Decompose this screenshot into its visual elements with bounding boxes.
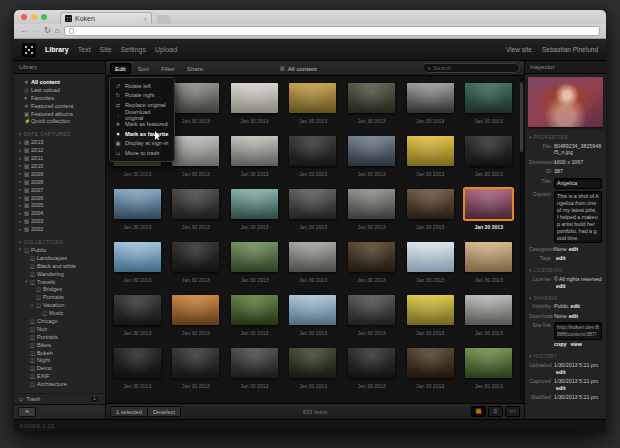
search-input[interactable]: ♦ Search <box>422 63 520 73</box>
scrollbar[interactable] <box>520 78 523 401</box>
photo-cell[interactable]: Jan 30 2013 <box>459 341 518 394</box>
sidebar-item-all-content[interactable]: ∗All content <box>14 78 105 86</box>
photo-thumbnail[interactable] <box>289 295 336 325</box>
window-controls[interactable] <box>21 14 47 20</box>
sidebar-item-bokeh[interactable]: ◫Bokeh <box>14 349 105 357</box>
sidebar-item-quick-collection[interactable]: ⚡Quick collection <box>14 117 105 125</box>
sidebar-item-demo[interactable]: ◫Demo <box>14 364 105 372</box>
photo-thumbnail[interactable] <box>465 189 512 219</box>
photo-thumbnail[interactable] <box>114 189 161 219</box>
photo-cell[interactable]: Jan 30 2013 <box>401 129 460 182</box>
photo-thumbnail[interactable] <box>114 348 161 378</box>
photo-cell[interactable]: Jan 30 2013 <box>108 182 167 235</box>
photo-thumbnail[interactable] <box>407 242 454 272</box>
photo-cell[interactable]: Jan 30 2013 <box>342 341 401 394</box>
photo-thumbnail[interactable] <box>407 348 454 378</box>
sidebar-item-architecture[interactable]: ◫Architecture <box>14 380 105 388</box>
photo-thumbnail[interactable] <box>231 242 278 272</box>
photo-cell[interactable]: Jan 30 2013 <box>401 182 460 235</box>
single-view-icon[interactable]: ▭ <box>505 406 520 417</box>
inspector-section-sharing[interactable]: ▾ SHARING <box>529 295 602 301</box>
nav-item-site[interactable]: Site <box>100 46 112 53</box>
photo-thumbnail[interactable] <box>407 189 454 219</box>
photo-thumbnail[interactable] <box>407 295 454 325</box>
copy-link[interactable]: copy <box>554 341 566 348</box>
photo-thumbnail[interactable] <box>348 348 395 378</box>
sidebar-item-landscapes[interactable]: ◫Landscapes <box>14 254 105 262</box>
photo-thumbnail[interactable] <box>289 348 336 378</box>
photo-thumbnail[interactable] <box>465 136 512 166</box>
photo-cell[interactable]: Jan 30 2013 <box>459 182 518 235</box>
photo-thumbnail[interactable] <box>348 189 395 219</box>
sidebar-item-noir[interactable]: ◫Noir <box>14 325 105 333</box>
sidebar-item-2011[interactable]: ▸▦2011 <box>14 154 105 162</box>
menu-item-rotate-left[interactable]: ↺Rotate left <box>110 81 174 91</box>
nav-item-library[interactable]: Library <box>45 46 69 53</box>
photo-cell[interactable]: Jan 30 2013 <box>108 235 167 288</box>
photo-cell[interactable]: Jan 30 2013 <box>225 129 284 182</box>
photo-thumbnail[interactable] <box>465 83 512 113</box>
address-bar[interactable] <box>64 26 600 36</box>
photo-cell[interactable]: Jan 30 2013 <box>342 129 401 182</box>
share-button[interactable]: Share <box>182 63 209 74</box>
sort-button[interactable]: Sort <box>133 63 154 74</box>
home-icon[interactable]: ⌂ <box>55 27 60 35</box>
photo-cell[interactable]: Jan 30 2013 <box>225 235 284 288</box>
sidebar-item-2009[interactable]: ▸▦2009 <box>14 170 105 178</box>
sidebar-item-bridges[interactable]: ◫Bridges <box>14 285 105 293</box>
close-window-button[interactable] <box>21 14 27 20</box>
edit-link[interactable]: edit <box>569 313 578 319</box>
photo-cell[interactable]: Jan 30 2013 <box>342 235 401 288</box>
sidebar-item-2002[interactable]: ▸▦2002 <box>14 225 105 233</box>
sidebar-item-black-and-white[interactable]: ◫Black and white <box>14 262 105 270</box>
photo-cell[interactable]: Jan 30 2013 <box>459 235 518 288</box>
photo-cell[interactable]: Jan 30 2013 <box>108 341 167 394</box>
menu-item-mark-as-featured[interactable]: ★Mark as featured <box>110 119 174 129</box>
photo-cell[interactable]: Jan 30 2013 <box>401 288 460 341</box>
photo-cell[interactable]: Jan 30 2013 <box>284 341 343 394</box>
site-link-value[interactable]: http://koken.dev:8888/content/387/ <box>554 322 602 340</box>
photo-cell[interactable]: Jan 30 2013 <box>167 341 226 394</box>
photo-thumbnail[interactable] <box>172 295 219 325</box>
photo-thumbnail[interactable] <box>114 242 161 272</box>
sidebar-item-wandering[interactable]: ◫Wandering <box>14 270 105 278</box>
reload-icon[interactable]: ↻ <box>44 27 51 35</box>
view-site-link[interactable]: View site <box>506 46 532 53</box>
sidebar-item-2005[interactable]: ▸▦2005 <box>14 201 105 209</box>
photo-cell[interactable]: Jan 30 2013 <box>342 182 401 235</box>
photo-cell[interactable]: Jan 30 2013 <box>284 129 343 182</box>
caption-textarea[interactable]: This is a shot of Angelica from one of m… <box>554 191 602 243</box>
sidebar-item-2010[interactable]: ▸▦2010 <box>14 162 105 170</box>
sidebar-item-chicago[interactable]: ◫Chicago <box>14 317 105 325</box>
sidebar-item-trash[interactable]: ⊔ Trash 1 <box>14 393 105 404</box>
sidebar-item-featured-content[interactable]: ★Featured content <box>14 102 105 110</box>
deselect-button[interactable]: Deselect <box>148 406 181 417</box>
photo-thumbnail[interactable] <box>231 136 278 166</box>
nav-item-settings[interactable]: Settings <box>121 46 146 53</box>
sidebar-item-portraits[interactable]: ◫Portraits <box>14 293 105 301</box>
sidebar-item-2012[interactable]: ▸▦2012 <box>14 146 105 154</box>
photo-thumbnail[interactable] <box>348 242 395 272</box>
edit-button[interactable]: Edit <box>110 63 131 74</box>
sidebar-item-featured-albums[interactable]: ▣Featured albums <box>14 110 105 118</box>
menu-item-move-to-trash[interactable]: ⊔Move to trash <box>110 148 174 158</box>
menu-item-rotate-right[interactable]: ↻Rotate right <box>110 91 174 101</box>
sidebar-section-date-captured[interactable]: ▾DATE CAPTURED <box>14 129 105 138</box>
photo-cell[interactable]: Jan 30 2013 <box>401 341 460 394</box>
photo-thumbnail[interactable] <box>172 83 219 113</box>
photo-cell[interactable]: Jan 30 2013 <box>225 288 284 341</box>
edit-link[interactable]: edit <box>556 385 565 391</box>
inspector-section-licensing[interactable]: ▾ LICENSING <box>529 267 602 273</box>
photo-thumbnail[interactable] <box>465 295 512 325</box>
photo-cell[interactable]: Jan 30 2013 <box>459 288 518 341</box>
sidebar-item-favorites[interactable]: ♥Favorites <box>14 94 105 102</box>
user-menu[interactable]: Sebastian Pinelund <box>542 46 598 53</box>
photo-cell[interactable]: Jan 30 2013 <box>167 235 226 288</box>
sidebar-section-collections[interactable]: ▾COLLECTIONS <box>14 237 105 246</box>
add-album-button[interactable]: + <box>18 407 36 417</box>
photo-cell[interactable]: Jan 30 2013 <box>284 235 343 288</box>
edit-link[interactable]: edit <box>556 369 565 375</box>
edit-link[interactable]: edit <box>556 283 565 289</box>
photo-thumbnail[interactable] <box>172 348 219 378</box>
photo-cell[interactable]: Jan 30 2013 <box>225 76 284 129</box>
